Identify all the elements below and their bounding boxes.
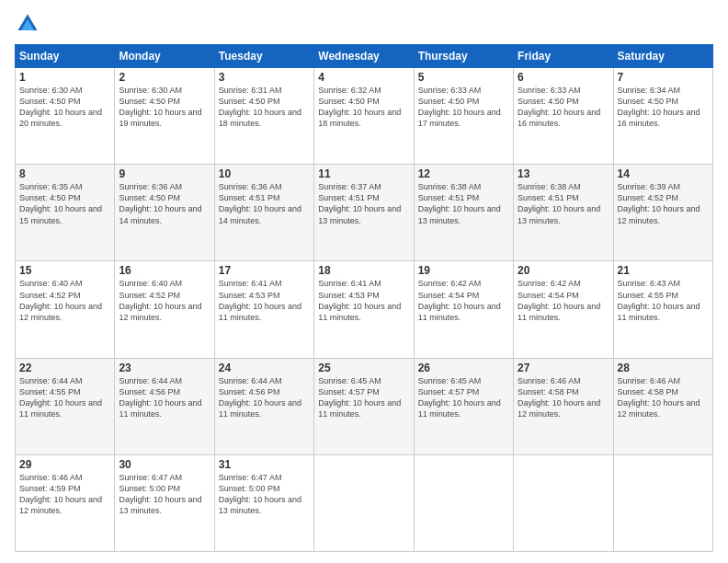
day-info: Sunrise: 6:38 AMSunset: 4:51 PMDaylight:…	[518, 182, 600, 224]
day-info: Sunrise: 6:44 AMSunset: 4:55 PMDaylight:…	[19, 376, 102, 419]
day-number: 31	[219, 458, 310, 471]
day-cell: 3 Sunrise: 6:31 AMSunset: 4:50 PMDayligh…	[214, 68, 313, 165]
weekday-monday: Monday	[115, 45, 214, 68]
day-cell: 7 Sunrise: 6:34 AMSunset: 4:50 PMDayligh…	[613, 68, 712, 165]
day-number: 20	[518, 264, 609, 277]
day-cell	[414, 454, 513, 551]
day-cell: 6 Sunrise: 6:33 AMSunset: 4:50 PMDayligh…	[514, 68, 613, 165]
day-info: Sunrise: 6:40 AMSunset: 4:52 PMDaylight:…	[19, 279, 102, 321]
day-number: 4	[318, 71, 409, 84]
day-number: 16	[119, 264, 210, 277]
day-info: Sunrise: 6:36 AMSunset: 4:50 PMDaylight:…	[119, 182, 201, 224]
day-info: Sunrise: 6:46 AMSunset: 4:58 PMDaylight:…	[518, 376, 600, 419]
page: SundayMondayTuesdayWednesdayThursdayFrid…	[0, 0, 728, 563]
day-number: 7	[618, 71, 709, 84]
day-cell: 2 Sunrise: 6:30 AMSunset: 4:50 PMDayligh…	[115, 68, 214, 165]
day-cell: 23 Sunrise: 6:44 AMSunset: 4:56 PMDaylig…	[115, 358, 214, 454]
day-number: 6	[518, 71, 609, 84]
day-cell	[314, 454, 414, 551]
day-number: 9	[119, 167, 210, 180]
day-info: Sunrise: 6:45 AMSunset: 4:57 PMDaylight:…	[418, 376, 501, 419]
day-number: 24	[219, 362, 310, 374]
day-number: 8	[19, 167, 110, 180]
day-number: 14	[618, 167, 709, 180]
day-cell: 30 Sunrise: 6:47 AMSunset: 5:00 PMDaylig…	[115, 454, 214, 551]
day-cell: 12 Sunrise: 6:38 AMSunset: 4:51 PMDaylig…	[414, 165, 513, 261]
day-cell: 22 Sunrise: 6:44 AMSunset: 4:55 PMDaylig…	[16, 358, 115, 454]
day-number: 3	[219, 71, 310, 84]
day-info: Sunrise: 6:44 AMSunset: 4:56 PMDaylight:…	[219, 376, 301, 419]
weekday-header-row: SundayMondayTuesdayWednesdayThursdayFrid…	[16, 45, 713, 68]
day-number: 17	[219, 264, 310, 277]
week-row-1: 1 Sunrise: 6:30 AMSunset: 4:50 PMDayligh…	[16, 68, 713, 165]
day-cell: 10 Sunrise: 6:36 AMSunset: 4:51 PMDaylig…	[214, 165, 313, 261]
day-number: 13	[518, 167, 609, 180]
day-info: Sunrise: 6:46 AMSunset: 4:59 PMDaylight:…	[19, 473, 102, 515]
day-cell: 25 Sunrise: 6:45 AMSunset: 4:57 PMDaylig…	[314, 358, 414, 454]
day-info: Sunrise: 6:31 AMSunset: 4:50 PMDaylight:…	[219, 86, 301, 128]
day-info: Sunrise: 6:35 AMSunset: 4:50 PMDaylight:…	[19, 182, 102, 224]
logo-icon	[15, 11, 40, 37]
day-cell: 1 Sunrise: 6:30 AMSunset: 4:50 PMDayligh…	[16, 68, 115, 165]
logo	[15, 11, 44, 37]
day-cell: 21 Sunrise: 6:43 AMSunset: 4:55 PMDaylig…	[613, 261, 712, 358]
day-cell: 16 Sunrise: 6:40 AMSunset: 4:52 PMDaylig…	[115, 261, 214, 358]
day-number: 11	[318, 167, 409, 180]
day-cell: 18 Sunrise: 6:41 AMSunset: 4:53 PMDaylig…	[314, 261, 414, 358]
day-cell: 9 Sunrise: 6:36 AMSunset: 4:50 PMDayligh…	[115, 165, 214, 261]
day-cell: 27 Sunrise: 6:46 AMSunset: 4:58 PMDaylig…	[514, 358, 613, 454]
day-cell	[514, 454, 613, 551]
day-cell: 11 Sunrise: 6:37 AMSunset: 4:51 PMDaylig…	[314, 165, 414, 261]
weekday-sunday: Sunday	[16, 45, 115, 68]
day-info: Sunrise: 6:40 AMSunset: 4:52 PMDaylight:…	[119, 279, 201, 321]
day-number: 29	[19, 458, 110, 471]
day-cell: 15 Sunrise: 6:40 AMSunset: 4:52 PMDaylig…	[16, 261, 115, 358]
day-info: Sunrise: 6:41 AMSunset: 4:53 PMDaylight:…	[318, 279, 401, 321]
day-number: 22	[19, 362, 110, 374]
week-row-2: 8 Sunrise: 6:35 AMSunset: 4:50 PMDayligh…	[16, 165, 713, 261]
day-number: 30	[119, 458, 210, 471]
day-number: 18	[318, 264, 409, 277]
day-number: 1	[19, 71, 110, 84]
day-number: 15	[19, 264, 110, 277]
day-number: 10	[219, 167, 310, 180]
day-info: Sunrise: 6:47 AMSunset: 5:00 PMDaylight:…	[119, 473, 201, 515]
week-row-3: 15 Sunrise: 6:40 AMSunset: 4:52 PMDaylig…	[16, 261, 713, 358]
day-info: Sunrise: 6:39 AMSunset: 4:52 PMDaylight:…	[618, 182, 700, 224]
day-info: Sunrise: 6:46 AMSunset: 4:58 PMDaylight:…	[618, 376, 700, 419]
day-cell: 28 Sunrise: 6:46 AMSunset: 4:58 PMDaylig…	[613, 358, 712, 454]
day-number: 26	[418, 362, 509, 374]
day-cell: 26 Sunrise: 6:45 AMSunset: 4:57 PMDaylig…	[414, 358, 513, 454]
day-info: Sunrise: 6:43 AMSunset: 4:55 PMDaylight:…	[618, 279, 700, 321]
day-info: Sunrise: 6:37 AMSunset: 4:51 PMDaylight:…	[318, 182, 401, 224]
weekday-wednesday: Wednesday	[314, 45, 414, 68]
day-cell: 31 Sunrise: 6:47 AMSunset: 5:00 PMDaylig…	[214, 454, 313, 551]
day-number: 28	[618, 362, 709, 374]
day-cell: 8 Sunrise: 6:35 AMSunset: 4:50 PMDayligh…	[16, 165, 115, 261]
header	[15, 11, 713, 37]
day-info: Sunrise: 6:44 AMSunset: 4:56 PMDaylight:…	[119, 376, 201, 419]
day-info: Sunrise: 6:33 AMSunset: 4:50 PMDaylight:…	[518, 86, 600, 128]
day-cell	[613, 454, 712, 551]
day-info: Sunrise: 6:30 AMSunset: 4:50 PMDaylight:…	[119, 86, 201, 128]
day-cell: 24 Sunrise: 6:44 AMSunset: 4:56 PMDaylig…	[214, 358, 313, 454]
day-info: Sunrise: 6:36 AMSunset: 4:51 PMDaylight:…	[219, 182, 301, 224]
day-cell: 29 Sunrise: 6:46 AMSunset: 4:59 PMDaylig…	[16, 454, 115, 551]
day-info: Sunrise: 6:30 AMSunset: 4:50 PMDaylight:…	[19, 86, 102, 128]
day-number: 25	[318, 362, 409, 374]
day-info: Sunrise: 6:41 AMSunset: 4:53 PMDaylight:…	[219, 279, 301, 321]
day-number: 5	[418, 71, 509, 84]
day-number: 2	[119, 71, 210, 84]
day-number: 21	[618, 264, 709, 277]
weekday-tuesday: Tuesday	[214, 45, 313, 68]
day-number: 23	[119, 362, 210, 374]
day-info: Sunrise: 6:33 AMSunset: 4:50 PMDaylight:…	[418, 86, 501, 128]
day-info: Sunrise: 6:32 AMSunset: 4:50 PMDaylight:…	[318, 86, 401, 128]
day-info: Sunrise: 6:38 AMSunset: 4:51 PMDaylight:…	[418, 182, 501, 224]
weekday-thursday: Thursday	[414, 45, 513, 68]
day-cell: 20 Sunrise: 6:42 AMSunset: 4:54 PMDaylig…	[514, 261, 613, 358]
weekday-friday: Friday	[514, 45, 613, 68]
day-number: 12	[418, 167, 509, 180]
calendar-table: SundayMondayTuesdayWednesdayThursdayFrid…	[15, 44, 713, 552]
week-row-4: 22 Sunrise: 6:44 AMSunset: 4:55 PMDaylig…	[16, 358, 713, 454]
